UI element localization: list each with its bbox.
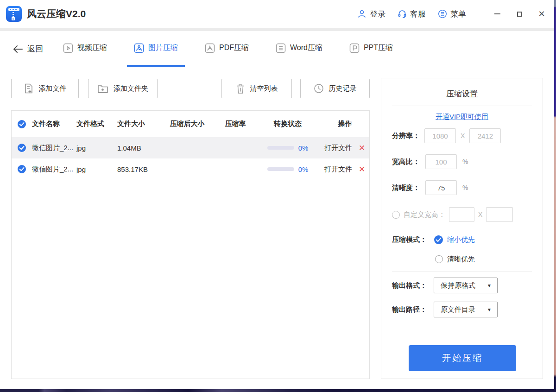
file-format: jpg <box>76 144 117 152</box>
col-header-compressed: 压缩后大小 <box>170 120 205 128</box>
customer-service-button[interactable]: 客服 <box>398 9 426 19</box>
clear-list-button[interactable]: 清空列表 <box>221 79 292 98</box>
file-size: 1.04MB <box>117 144 159 152</box>
history-button[interactable]: 历史记录 <box>300 79 370 98</box>
back-button[interactable]: 返回 <box>13 31 43 67</box>
add-file-icon <box>24 83 34 94</box>
custom-x-separator: X <box>478 211 482 218</box>
headset-icon <box>398 9 407 19</box>
login-button[interactable]: 登录 <box>357 9 385 19</box>
add-file-button[interactable]: 添加文件 <box>11 79 79 98</box>
radio-unchecked-icon <box>435 255 443 263</box>
custom-size-row: 自定义宽高： X <box>392 207 534 222</box>
row-checkbox[interactable] <box>17 164 26 174</box>
pdf-icon <box>205 43 215 53</box>
tab-video-compress[interactable]: 视频压缩 <box>56 31 114 67</box>
col-header-size: 文件大小 <box>117 120 159 128</box>
delete-icon[interactable]: ✕ <box>359 164 365 174</box>
title-bar: 风云压缩V2.0 登录 <box>0 0 554 28</box>
select-all-checkbox[interactable] <box>17 120 26 129</box>
resolution-row: 分辨率： X <box>392 128 534 143</box>
aspect-ratio-row: 宽高比： % <box>392 154 534 169</box>
user-icon <box>357 9 366 19</box>
file-size: 853.17KB <box>117 165 159 173</box>
menu-icon <box>438 9 447 19</box>
table-row[interactable]: 微信图片_2... jpg 853.17KB 0% 打开文件 ✕ <box>12 158 369 180</box>
trash-icon <box>236 83 245 94</box>
resolution-height-input[interactable] <box>469 128 501 143</box>
ppt-icon <box>349 43 360 53</box>
tab-bar: 返回 视频压缩 图片压缩 <box>0 31 554 67</box>
output-path-value: 原文件目录 <box>441 305 475 314</box>
tab-word-compress[interactable]: Word压缩 <box>269 31 329 67</box>
add-folder-button[interactable]: 添加文件夹 <box>88 79 158 98</box>
settings-title: 压缩设置 <box>381 89 543 99</box>
mode-option-clarity[interactable]: 清晰优先 <box>435 255 475 264</box>
file-name: 微信图片_2... <box>32 144 76 152</box>
col-header-status: 转换状态 <box>274 120 302 128</box>
progress-percent: 0% <box>298 165 309 173</box>
app-window: 风云压缩V2.0 登录 <box>0 0 554 389</box>
table-row[interactable]: 微信图片_2... jpg 1.04MB 0% 打开文件 ✕ <box>12 137 369 158</box>
menu-button[interactable]: 菜单 <box>438 9 466 19</box>
background-window-sliver <box>554 0 556 392</box>
minimize-button[interactable] <box>493 10 501 18</box>
file-table: 文件名称 文件格式 文件大小 压缩后大小 压缩率 转换状态 操作 微信图片_2.… <box>11 110 370 379</box>
progress-bar <box>267 146 294 150</box>
custom-width-input[interactable] <box>449 207 474 222</box>
mode-label: 压缩模式： <box>392 235 427 244</box>
start-compress-button[interactable]: 开始压缩 <box>409 345 516 371</box>
output-format-value: 保持原格式 <box>441 281 475 290</box>
chevron-down-icon: ▼ <box>487 283 492 288</box>
output-path-label: 输出路径： <box>392 305 427 314</box>
file-status: 0% <box>255 165 320 173</box>
resolution-width-input[interactable] <box>424 128 456 143</box>
tab-pdf-compress[interactable]: PDF压缩 <box>198 31 256 67</box>
resolution-label: 分辨率： <box>392 132 420 140</box>
output-format-row: 输出格式： 保持原格式 ▼ <box>392 278 534 293</box>
col-header-name: 文件名称 <box>32 120 76 128</box>
tab-image-compress[interactable]: 图片压缩 <box>127 31 185 67</box>
back-arrow-icon <box>13 45 23 53</box>
custom-height-input[interactable] <box>486 207 513 222</box>
output-format-dropdown[interactable]: 保持原格式 ▼ <box>434 278 498 293</box>
image-icon <box>134 43 144 53</box>
radio-checked-icon <box>434 235 443 244</box>
tab-ppt-compress[interactable]: PPT压缩 <box>342 31 400 67</box>
mode-row-2: 清晰优先 <box>392 252 534 266</box>
taskbar-sliver <box>0 389 554 392</box>
file-format: jpg <box>76 165 117 173</box>
aspect-ratio-label: 宽高比： <box>392 158 420 166</box>
output-path-dropdown[interactable]: 原文件目录 ▼ <box>434 302 498 317</box>
word-doc-icon <box>276 43 286 53</box>
delete-icon[interactable]: ✕ <box>359 143 365 153</box>
clarity-row: 清晰度： % <box>392 180 534 195</box>
aspect-ratio-input[interactable] <box>425 154 457 169</box>
col-header-format: 文件格式 <box>76 120 117 128</box>
custom-size-radio[interactable] <box>392 211 400 219</box>
app-logo-icon <box>6 6 22 22</box>
chevron-down-icon: ▼ <box>487 307 492 312</box>
open-file-link[interactable]: 打开文件 <box>324 165 352 174</box>
vip-link[interactable]: 开通VIP即可使用 <box>381 113 543 121</box>
maximize-button[interactable] <box>515 10 524 18</box>
aspect-percent-sign: % <box>462 158 468 165</box>
col-header-action: 操作 <box>338 120 352 128</box>
compression-settings-panel: 压缩设置 开通VIP即可使用 分辨率： X 宽高比： % 清晰度： % 自定义宽… <box>381 78 543 379</box>
mode-row: 压缩模式： 缩小优先 <box>392 232 534 247</box>
open-file-link[interactable]: 打开文件 <box>324 144 352 152</box>
resolution-x-separator: X <box>461 132 465 139</box>
clarity-percent-sign: % <box>462 184 468 191</box>
close-button[interactable]: ✕ <box>537 10 546 18</box>
add-folder-icon <box>97 83 108 94</box>
row-checkbox[interactable] <box>17 143 26 152</box>
progress-percent: 0% <box>298 144 309 152</box>
file-actions: 打开文件 ✕ <box>320 143 369 153</box>
divider <box>392 272 532 272</box>
clarity-input[interactable] <box>425 180 457 195</box>
col-header-rate: 压缩率 <box>225 120 246 128</box>
table-header-row: 文件名称 文件格式 文件大小 压缩后大小 压缩率 转换状态 操作 <box>12 111 369 137</box>
progress-bar <box>267 167 294 171</box>
mode-option-shrink[interactable]: 缩小优先 <box>434 235 475 244</box>
divider <box>392 106 532 106</box>
